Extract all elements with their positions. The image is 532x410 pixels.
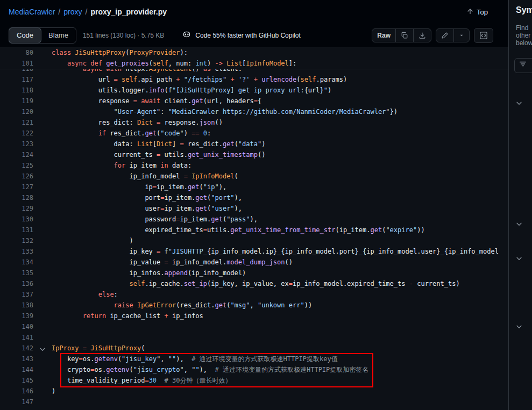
line-number[interactable]: 123 [0, 139, 33, 149]
line-number[interactable]: 119 [0, 96, 33, 106]
line-number[interactable]: 146 [0, 386, 33, 397]
symbols-panel-icon [479, 31, 488, 40]
fold-gutter [33, 192, 52, 203]
line-number[interactable]: 101 [0, 58, 33, 69]
symbols-description-line: below [516, 39, 532, 47]
fold-gutter [33, 386, 52, 397]
line-number[interactable]: 141 [0, 332, 33, 343]
line-number[interactable]: 130 [0, 214, 33, 225]
breadcrumb-separator: / [58, 8, 60, 16]
line-number[interactable]: 126 [0, 171, 33, 182]
code-text: password=ip_item.get("pass"), [52, 214, 508, 225]
edit-button[interactable] [436, 29, 453, 42]
code-text: port=ip_item.get("port"), [52, 192, 508, 203]
chevron-down-icon[interactable] [515, 323, 524, 332]
line-number[interactable]: 118 [0, 85, 33, 96]
code-text: "User-Agent": "MediaCrawler https://gith… [52, 106, 508, 117]
code-text: return ip_cache_list + ip_infos [52, 311, 508, 321]
code-line: 132 ) [0, 235, 508, 246]
code-line: 140 [0, 321, 508, 332]
tab-blame[interactable]: Blame [41, 28, 76, 43]
code-line: 139 return ip_cache_list + ip_infos [0, 311, 508, 321]
code-line: 131 expired_time_ts=utils.get_unix_time_… [0, 225, 508, 235]
back-to-top-button[interactable]: Top [466, 8, 488, 17]
code-line: 121 res_dict: Dict = response.json() [0, 117, 508, 128]
code-text: if res_dict.get("code") == 0: [52, 128, 508, 139]
download-icon [418, 32, 426, 39]
code-line: 101 async def get_proxies(self, num: int… [0, 58, 508, 69]
line-number[interactable]: 80 [0, 47, 33, 58]
line-number[interactable]: 139 [0, 311, 33, 321]
code-text: utils.logger.info(f"[JiSuHttpProxy] get … [52, 85, 508, 96]
line-number[interactable]: 124 [0, 149, 33, 160]
symbols-filter-input[interactable] [514, 58, 532, 73]
line-number[interactable]: 144 [0, 364, 33, 375]
code-text [52, 321, 508, 332]
code-text: user=ip_item.get("user"), [52, 203, 508, 214]
sticky-lines: 80class JiSuHttpProxy(ProxyProvider):101… [0, 47, 508, 69]
line-number[interactable]: 133 [0, 246, 33, 257]
code-line: 145 time_validity_period=30 # 30分钟（最长时效） [0, 375, 508, 386]
line-number[interactable]: 138 [0, 300, 33, 311]
code-text: class JiSuHttpProxy(ProxyProvider): [52, 47, 508, 58]
line-number[interactable]: 142 [0, 343, 33, 354]
fold-gutter [33, 214, 52, 225]
symbols-panel-toggle-button[interactable] [474, 28, 493, 42]
line-number[interactable]: 145 [0, 375, 33, 386]
fold-gutter [33, 375, 52, 386]
fold-gutter [33, 235, 52, 246]
line-number[interactable]: 132 [0, 235, 33, 246]
line-number[interactable]: 127 [0, 182, 33, 192]
code-text [52, 332, 508, 343]
raw-button[interactable]: Raw [372, 29, 395, 42]
tab-code[interactable]: Code [9, 28, 41, 43]
line-number[interactable]: 137 [0, 289, 33, 300]
breadcrumb-dir-link[interactable]: proxy [63, 8, 82, 16]
fold-gutter [33, 171, 52, 182]
fold-gutter [33, 225, 52, 235]
fold-gutter [33, 160, 52, 171]
edit-dropdown-button[interactable] [453, 29, 469, 42]
fold-gutter [33, 289, 52, 300]
line-number[interactable]: 140 [0, 321, 33, 332]
chevron-down-icon[interactable] [515, 220, 524, 229]
fold-gutter [33, 257, 52, 268]
chevron-down-icon[interactable] [515, 255, 524, 263]
code-line: 135 ip_infos.append(ip_info_model) [0, 268, 508, 278]
chevron-down-icon[interactable] [515, 99, 524, 108]
code-text: res_dict: Dict = response.json() [52, 117, 508, 128]
line-number[interactable]: 128 [0, 192, 33, 203]
breadcrumb-separator: / [85, 8, 87, 16]
file-toolbar: Code Blame 151 lines (130 loc) · 5.75 KB… [0, 24, 508, 47]
code-text: else: [52, 289, 508, 300]
line-number[interactable]: 135 [0, 268, 33, 278]
breadcrumb-repo-link[interactable]: MediaCrawler [9, 8, 55, 16]
code-line: 80class JiSuHttpProxy(ProxyProvider): [0, 47, 508, 58]
line-number[interactable]: 117 [0, 74, 33, 85]
copy-button[interactable] [395, 29, 413, 42]
line-number[interactable]: 129 [0, 203, 33, 214]
code-line: 138 raise IpGetError(res_dict.get("msg",… [0, 300, 508, 311]
line-number[interactable]: 121 [0, 117, 33, 128]
line-number[interactable]: 134 [0, 257, 33, 268]
line-number[interactable]: 131 [0, 225, 33, 235]
code-text: ip_key = f"JISUHTTP_{ip_info_model.ip}_{… [52, 246, 508, 257]
fold-gutter [33, 300, 52, 311]
copilot-banner[interactable]: Code 55% faster with GitHub Copilot [182, 30, 300, 40]
line-number[interactable]: 120 [0, 106, 33, 117]
code-text: ip_value = ip_info_model.model_dump_json… [52, 257, 508, 268]
line-number[interactable]: 122 [0, 128, 33, 139]
code-line: 136 self.ip_cache.set_ip(ip_key, ip_valu… [0, 278, 508, 289]
line-number[interactable]: 147 [0, 397, 33, 407]
line-number[interactable]: 125 [0, 160, 33, 171]
line-number[interactable]: 136 [0, 278, 33, 289]
code-line: 127 ip=ip_item.get("ip"), [0, 182, 508, 192]
code-text: current_ts = utils.get_unix_timestamp() [52, 149, 508, 160]
code-text: ip_infos.append(ip_info_model) [52, 268, 508, 278]
fold-toggle-icon[interactable] [33, 343, 52, 354]
code-line: 146) [0, 386, 508, 397]
line-number[interactable]: 143 [0, 354, 33, 364]
code-line: 133 ip_key = f"JISUHTTP_{ip_info_model.i… [0, 246, 508, 257]
download-button[interactable] [413, 29, 431, 42]
fold-gutter [33, 321, 52, 332]
